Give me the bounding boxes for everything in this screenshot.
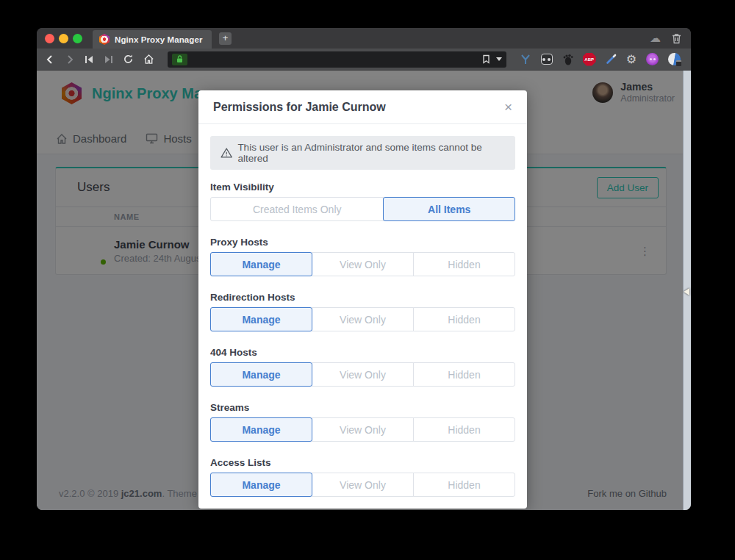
bookmark-icon[interactable] [482, 54, 490, 64]
404-hosts-label: 404 Hosts [210, 347, 515, 358]
reload-button[interactable] [123, 54, 134, 65]
home-button[interactable] [143, 54, 154, 65]
access-lists-group: Access Lists Manage View Only Hidden [210, 457, 515, 497]
proxy-hosts-group: Proxy Hosts Manage View Only Hidden [210, 237, 515, 276]
visibility-all-items-button[interactable]: All Items [383, 197, 515, 221]
redirection-hosts-manage-button[interactable]: Manage [210, 307, 312, 331]
redirection-hosts-view-only-button[interactable]: View Only [312, 307, 414, 331]
proxy-hosts-hidden-button[interactable]: Hidden [413, 252, 515, 276]
streams-manage-button[interactable]: Manage [210, 417, 312, 442]
gear-extension-icon[interactable]: ⚙ [626, 54, 637, 65]
browser-tab-active[interactable]: Nginx Proxy Manager [93, 30, 212, 49]
robot-extension-icon[interactable] [541, 54, 553, 65]
back-button[interactable] [45, 54, 55, 65]
page-content: Nginx Proxy Manager James Administrator … [37, 71, 691, 510]
ssl-lock-badge[interactable] [172, 54, 187, 65]
access-lists-hidden-button[interactable]: Hidden [413, 473, 515, 497]
extension-icons: ABP ⚙ [520, 53, 683, 66]
modal-header: Permissions for Jamie Curnow × [198, 90, 527, 124]
branch-extension-icon[interactable] [520, 54, 531, 65]
zoom-window-button[interactable] [73, 34, 82, 43]
item-visibility-group: Item Visibility Created Items Only All I… [210, 182, 515, 221]
cursor-arrow [684, 288, 689, 295]
visibility-created-items-only-button[interactable]: Created Items Only [210, 197, 384, 221]
404-hosts-view-only-button[interactable]: View Only [312, 362, 414, 387]
redirection-hosts-hidden-button[interactable]: Hidden [413, 307, 515, 331]
gnome-foot-extension-icon[interactable] [562, 54, 573, 65]
minimize-window-button[interactable] [59, 34, 68, 43]
bookmark-dropdown-caret[interactable] [496, 57, 502, 61]
proxy-hosts-view-only-button[interactable]: View Only [312, 252, 414, 276]
address-bar[interactable] [168, 51, 506, 68]
streams-group: Streams Manage View Only Hidden [210, 402, 515, 442]
browser-toolbar: ABP ⚙ [37, 49, 691, 71]
rewind-button[interactable] [85, 55, 94, 64]
modal-body: This user is an Administrator and some i… [198, 124, 527, 509]
access-lists-label: Access Lists [210, 457, 515, 468]
redirection-hosts-label: Redirection Hosts [210, 292, 515, 303]
item-visibility-label: Item Visibility [210, 182, 515, 193]
fast-forward-button[interactable] [104, 55, 113, 64]
browser-tab-bar: Nginx Proxy Manager + ☁ [37, 28, 691, 49]
streams-label: Streams [210, 402, 515, 413]
modal-title: Permissions for Jamie Curnow [213, 101, 386, 114]
browser-window: Nginx Proxy Manager + ☁ [37, 28, 691, 510]
streams-hidden-button[interactable]: Hidden [413, 417, 515, 442]
pen-extension-icon[interactable] [606, 54, 617, 65]
close-window-button[interactable] [45, 34, 54, 43]
trash-icon[interactable] [672, 33, 681, 44]
adblock-plus-extension-icon[interactable]: ABP [583, 53, 596, 66]
access-lists-view-only-button[interactable]: View Only [312, 473, 414, 497]
admin-alert: This user is an Administrator and some i… [210, 136, 515, 170]
permissions-modal: Permissions for Jamie Curnow × This user… [198, 90, 527, 509]
privacy-extension-icon[interactable] [668, 53, 681, 65]
purple-extension-icon[interactable] [646, 53, 659, 65]
404-hosts-group: 404 Hosts Manage View Only Hidden [210, 347, 515, 387]
proxy-hosts-label: Proxy Hosts [210, 237, 515, 248]
forward-button[interactable] [65, 54, 75, 65]
warning-triangle-icon [220, 147, 232, 159]
tab-title: Nginx Proxy Manager [115, 35, 203, 44]
redirection-hosts-group: Redirection Hosts Manage View Only Hidde… [210, 292, 515, 331]
proxy-hosts-manage-button[interactable]: Manage [210, 252, 312, 276]
streams-view-only-button[interactable]: View Only [312, 417, 414, 442]
sync-cloud-icon[interactable]: ☁ [650, 32, 661, 45]
404-hosts-hidden-button[interactable]: Hidden [413, 362, 515, 387]
new-tab-button[interactable]: + [219, 32, 232, 45]
access-lists-manage-button[interactable]: Manage [210, 473, 312, 497]
admin-alert-text: This user is an Administrator and some i… [237, 142, 505, 164]
close-icon[interactable]: × [504, 100, 512, 114]
404-hosts-manage-button[interactable]: Manage [210, 362, 312, 387]
traffic-lights [37, 34, 82, 43]
npm-favicon-icon [99, 34, 110, 45]
